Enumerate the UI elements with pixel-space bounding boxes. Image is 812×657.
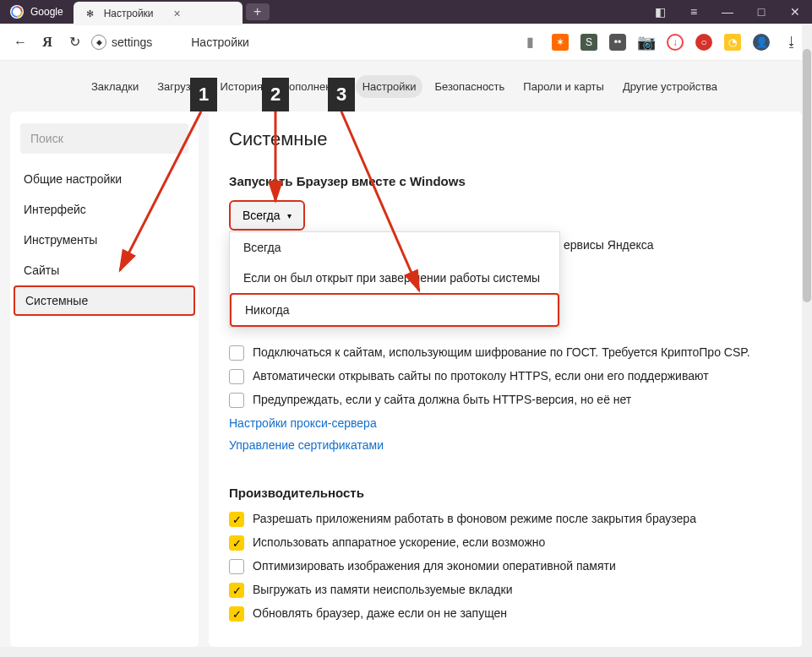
startup-dropdown[interactable]: Всегда ▾ [229, 200, 305, 231]
settings-nav: Закладки Загрузки История Дополнения Нас… [0, 61, 812, 111]
toolbar: ← Я ↻ ◆ settings Настройки ▮ ✶ S •• 📷 ↓ … [0, 24, 812, 61]
reload-button[interactable]: ↻ [64, 32, 84, 52]
extension-bar: ▮ ✶ S •• 📷 ↓ ○ ◔ 👤 ⭳ [520, 32, 802, 52]
sidebar-toggle-icon[interactable]: ◧ [643, 0, 677, 24]
checkbox[interactable] [229, 345, 244, 361]
dropdown-menu: Всегда Если он был открыт при завершении… [229, 231, 560, 328]
check-label: Автоматически открывать сайты по протоко… [253, 369, 709, 383]
check-label: Использовать аппаратное ускорение, если … [253, 535, 545, 549]
tab-google[interactable]: Google [0, 0, 74, 24]
maximize-icon[interactable]: □ [744, 0, 778, 24]
sidebar-item-interface[interactable]: Интерфейс [10, 194, 199, 225]
back-button[interactable]: ← [10, 32, 30, 52]
ext-icon-8[interactable]: 👤 [753, 34, 770, 51]
sidebar: Поиск Общие настройки Интерфейс Инструме… [10, 111, 199, 647]
check-label: Разрешать приложениям работать в фоновом… [253, 512, 696, 525]
content-panel: Системные Запускать Браузер вместе с Win… [209, 111, 802, 647]
check-optimg[interactable]: Оптимизировать изображения для экономии … [229, 559, 782, 574]
sidebar-item-tools[interactable]: Инструменты [10, 225, 199, 255]
tab-title: Google [30, 6, 63, 18]
ext-icon-3[interactable]: •• [609, 34, 626, 51]
check-label: Оптимизировать изображения для экономии … [253, 559, 616, 573]
horizontal-scrollbar[interactable] [0, 647, 812, 657]
check-label: Выгружать из памяти неиспользуемые вклад… [253, 583, 512, 596]
annotation-2: 2 [262, 78, 289, 111]
address-title: Настройки [191, 35, 249, 49]
startup-label: Запускать Браузер вместе с Windows [229, 174, 782, 188]
check-https-open[interactable]: Автоматически открывать сайты по протоко… [229, 369, 782, 384]
tab-title: Настройки [104, 8, 154, 19]
nav-security[interactable]: Безопасность [428, 75, 511, 98]
tab-settings[interactable]: ✻ Настройки × [74, 2, 243, 25]
nav-settings[interactable]: Настройки [356, 75, 423, 98]
checkbox[interactable]: ✓ [229, 535, 244, 551]
dropdown-value: Всегда [243, 209, 281, 222]
shield-icon: ◆ [91, 35, 106, 50]
partial-text: ервисы Яндекса [564, 238, 654, 252]
ext-icon-4[interactable]: 📷 [638, 34, 655, 51]
check-gost[interactable]: Подключаться к сайтам, использующим шифр… [229, 345, 782, 361]
window-controls: ◧ ≡ ― □ ✕ [643, 0, 812, 24]
ext-icon-1[interactable]: ✶ [552, 34, 569, 51]
proxy-link[interactable]: Настройки прокси-сервера [229, 416, 782, 430]
checkbox[interactable]: ✓ [229, 606, 244, 622]
close-window-icon[interactable]: ✕ [778, 0, 812, 24]
sidebar-item-system[interactable]: Системные [14, 285, 195, 316]
dd-option-never[interactable]: Никогда [230, 293, 559, 327]
chevron-down-icon: ▾ [287, 211, 292, 220]
sidebar-item-general[interactable]: Общие настройки [10, 164, 199, 194]
sidebar-item-sites[interactable]: Сайты [10, 255, 199, 285]
address-bar[interactable]: ◆ settings Настройки [91, 35, 249, 50]
check-https-warn[interactable]: Предупреждать, если у сайта должна быть … [229, 393, 782, 408]
nav-passwords[interactable]: Пароли и карты [516, 75, 611, 98]
close-icon[interactable]: × [174, 7, 181, 20]
cert-link[interactable]: Управление сертификатами [229, 438, 782, 452]
annotation-1: 1 [190, 78, 217, 111]
google-favicon [10, 5, 24, 19]
menu-icon[interactable]: ≡ [677, 0, 711, 24]
bookmark-icon[interactable]: ▮ [520, 32, 540, 52]
checkbox[interactable] [229, 369, 244, 384]
check-hwaccel[interactable]: ✓ Использовать аппаратное ускорение, есл… [229, 535, 782, 551]
checkbox[interactable]: ✓ [229, 583, 244, 598]
perf-title: Производительность [229, 486, 782, 500]
ext-icon-7[interactable]: ◔ [724, 34, 741, 51]
check-label: Предупреждать, если у сайта должна быть … [253, 393, 631, 406]
nav-devices[interactable]: Другие устройства [616, 75, 724, 98]
main-area: Поиск Общие настройки Интерфейс Инструме… [0, 111, 812, 647]
ext-icon-6[interactable]: ○ [695, 34, 712, 51]
ext-icon-5[interactable]: ↓ [667, 34, 684, 51]
check-background[interactable]: ✓ Разрешать приложениям работать в фонов… [229, 512, 782, 527]
checkbox[interactable]: ✓ [229, 512, 244, 527]
address-path: settings [112, 35, 152, 49]
yandex-home-icon[interactable]: Я [37, 32, 57, 52]
search-input[interactable]: Поиск [20, 123, 188, 154]
checkbox[interactable] [229, 559, 244, 574]
titlebar: Google ✻ Настройки × + ◧ ≡ ― □ ✕ [0, 0, 812, 24]
check-unload[interactable]: ✓ Выгружать из памяти неиспользуемые вкл… [229, 583, 782, 598]
section-title: Системные [229, 128, 782, 150]
gear-icon: ✻ [84, 7, 97, 20]
downloads-icon[interactable]: ⭳ [782, 32, 802, 52]
dd-option-ifopen[interactable]: Если он был открыт при завершении работы… [230, 263, 559, 293]
check-update[interactable]: ✓ Обновлять браузер, даже если он не зап… [229, 606, 782, 622]
scroll-thumb[interactable] [803, 49, 811, 302]
ext-icon-2[interactable]: S [580, 34, 597, 51]
dd-option-always[interactable]: Всегда [230, 232, 559, 263]
minimize-icon[interactable]: ― [711, 0, 744, 24]
nav-bookmarks[interactable]: Закладки [84, 75, 145, 98]
check-label: Подключаться к сайтам, использующим шифр… [253, 345, 750, 359]
new-tab-button[interactable]: + [246, 3, 270, 20]
annotation-3: 3 [328, 78, 355, 111]
checkbox[interactable] [229, 393, 244, 408]
check-label: Обновлять браузер, даже если он не запущ… [253, 606, 507, 620]
vertical-scrollbar[interactable] [802, 24, 812, 647]
